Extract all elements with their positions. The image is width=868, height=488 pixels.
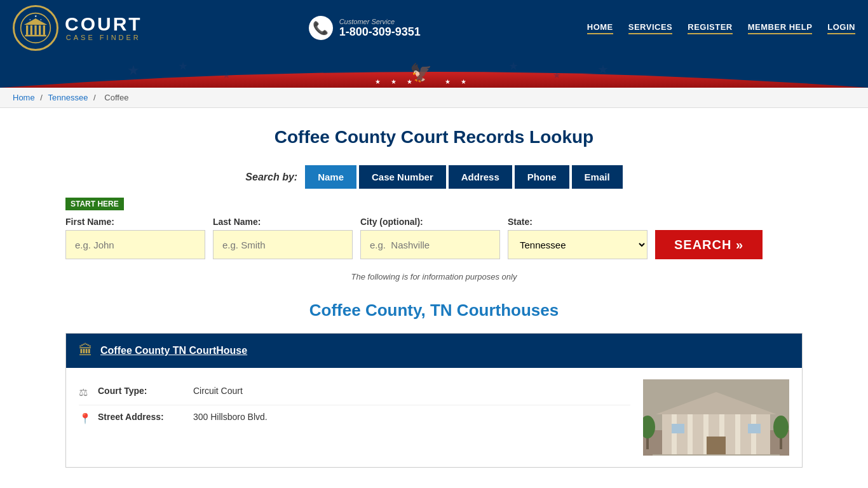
court-type-icon: ⚖ <box>79 386 92 398</box>
svg-text:🦅: 🦅 <box>410 62 432 83</box>
state-label: State: <box>508 217 648 227</box>
courthouse-building-icon: 🏛 <box>79 342 93 359</box>
svg-rect-1 <box>26 25 28 35</box>
phone-icon: 📞 <box>309 16 333 40</box>
svg-rect-32 <box>751 414 756 456</box>
breadcrumb-home[interactable]: Home <box>13 93 35 102</box>
address-value: 300 Hillsboro Blvd. <box>193 412 268 422</box>
logo-text: COURT CASE FINDER <box>65 15 142 41</box>
city-label: City (optional): <box>360 217 500 227</box>
breadcrumb-state[interactable]: Tennessee <box>48 93 88 102</box>
customer-service: 📞 Customer Service 1-800-309-9351 <box>309 16 421 40</box>
court-type-label: Court Type: <box>98 386 187 396</box>
tab-email[interactable]: Email <box>572 165 623 189</box>
first-name-group: First Name: <box>65 217 205 259</box>
svg-rect-35 <box>748 424 761 433</box>
search-section: Search by: Name Case Number Address Phon… <box>65 165 803 259</box>
svg-rect-3 <box>34 25 36 35</box>
wave-banner: ★ ★ ★ 🦅 ★ ★ ★ ★ ★ ★ ★ ★ <box>0 56 868 88</box>
courthouse-name-link[interactable]: Coffee County TN CourtHouse <box>100 345 247 356</box>
first-name-input[interactable] <box>65 230 205 259</box>
svg-text:★: ★ <box>461 78 466 85</box>
tab-case-number[interactable]: Case Number <box>359 165 446 189</box>
svg-marker-7 <box>24 18 48 25</box>
last-name-group: Last Name: <box>213 217 353 259</box>
state-group: State: Tennessee <box>508 217 648 259</box>
first-name-label: First Name: <box>65 217 205 227</box>
tab-name[interactable]: Name <box>305 165 356 189</box>
cs-phone: 1-800-309-9351 <box>339 25 421 38</box>
page-title: Coffee County Court Records Lookup <box>65 127 803 147</box>
svg-rect-27 <box>672 414 677 456</box>
state-select[interactable]: Tennessee <box>508 230 648 259</box>
search-by-label: Search by: <box>245 172 297 183</box>
site-header: ★ ★ ★ COURT CASE FINDER 📞 Customer Servi… <box>0 0 868 56</box>
cs-label: Customer Service <box>339 18 421 25</box>
city-input[interactable] <box>360 230 500 259</box>
svg-rect-34 <box>672 424 684 433</box>
svg-rect-33 <box>707 437 726 456</box>
last-name-label: Last Name: <box>213 217 353 227</box>
svg-text:★: ★ <box>178 60 188 72</box>
cs-text: Customer Service 1-800-309-9351 <box>339 18 421 39</box>
search-form-row: First Name: Last Name: City (optional): … <box>65 217 803 259</box>
svg-text:★: ★ <box>391 78 397 85</box>
courthouse-body: ⚖ Court Type: Circuit Court 📍 Street Add… <box>66 368 802 467</box>
courthouse-image <box>643 379 789 456</box>
svg-rect-4 <box>39 25 41 35</box>
main-content: Coffee County Court Records Lookup Searc… <box>53 108 815 488</box>
last-name-input[interactable] <box>213 230 353 259</box>
search-by-row: Search by: Name Case Number Address Phon… <box>65 165 803 189</box>
breadcrumb-sep2: / <box>93 93 98 102</box>
start-here-badge: START HERE <box>65 198 124 210</box>
breadcrumb-county: Coffee <box>104 93 128 102</box>
svg-text:★: ★ <box>375 78 381 85</box>
svg-rect-5 <box>43 25 45 35</box>
courthouse-header: 🏛 Coffee County TN CourtHouse <box>66 334 802 368</box>
city-group: City (optional): <box>360 217 500 259</box>
courthouses-title: Coffee County, TN Courthouses <box>65 301 803 320</box>
tab-phone[interactable]: Phone <box>515 165 569 189</box>
tab-address[interactable]: Address <box>449 165 512 189</box>
address-icon: 📍 <box>79 412 92 424</box>
nav-home[interactable]: HOME <box>587 22 613 34</box>
courthouse-info: ⚖ Court Type: Circuit Court 📍 Street Add… <box>79 379 630 456</box>
logo-emblem: ★ ★ ★ <box>13 5 58 51</box>
svg-text:★: ★ <box>597 62 609 76</box>
main-nav: HOME SERVICES REGISTER MEMBER HELP LOGIN <box>587 22 855 34</box>
logo-area: ★ ★ ★ COURT CASE FINDER <box>13 5 142 51</box>
court-type-value: Circuit Court <box>193 386 243 396</box>
nav-services[interactable]: SERVICES <box>628 22 673 34</box>
case-finder-label: CASE FINDER <box>65 34 142 41</box>
nav-register[interactable]: REGISTER <box>688 22 732 34</box>
svg-text:★: ★ <box>508 60 519 72</box>
breadcrumb: Home / Tennessee / Coffee <box>0 88 868 108</box>
svg-text:★: ★ <box>40 18 42 21</box>
svg-text:★: ★ <box>34 14 37 18</box>
svg-text:★: ★ <box>127 62 140 78</box>
svg-point-40 <box>773 416 789 438</box>
svg-text:★: ★ <box>553 70 561 80</box>
court-type-row: ⚖ Court Type: Circuit Court <box>79 379 630 405</box>
svg-text:★: ★ <box>29 18 31 21</box>
court-label: COURT <box>65 15 142 34</box>
svg-text:★: ★ <box>407 78 412 85</box>
nav-login[interactable]: LOGIN <box>827 22 855 34</box>
info-note: The following is for information purpose… <box>65 272 803 281</box>
svg-text:★: ★ <box>222 70 231 80</box>
search-button[interactable]: SEARCH » <box>655 230 763 259</box>
svg-rect-2 <box>31 25 32 35</box>
address-row: 📍 Street Address: 300 Hillsboro Blvd. <box>79 405 630 431</box>
courthouse-card: 🏛 Coffee County TN CourtHouse ⚖ Court Ty… <box>65 333 803 468</box>
svg-text:★: ★ <box>445 78 451 85</box>
svg-rect-6 <box>25 35 46 37</box>
svg-rect-31 <box>735 414 740 456</box>
svg-rect-36 <box>653 454 780 456</box>
nav-member-help[interactable]: MEMBER HELP <box>748 22 813 34</box>
svg-rect-28 <box>688 414 693 456</box>
breadcrumb-sep1: / <box>40 93 44 102</box>
address-label: Street Address: <box>98 412 187 422</box>
